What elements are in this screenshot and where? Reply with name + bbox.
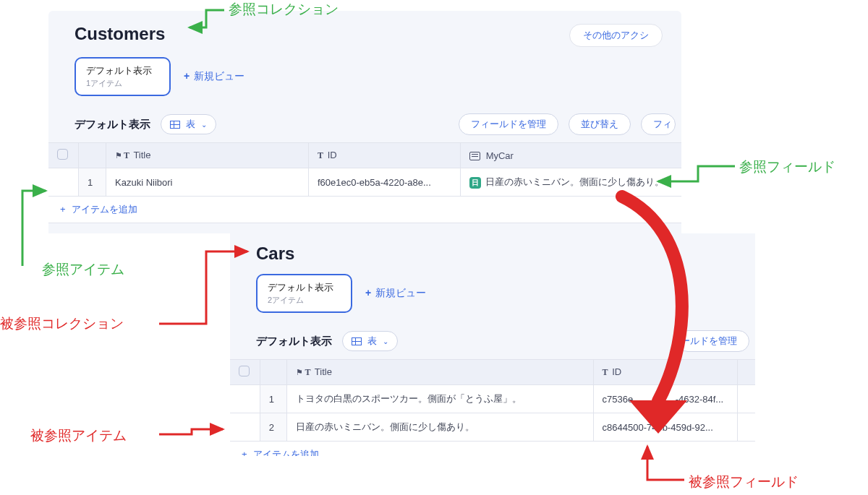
big-red-arrow <box>0 0 868 495</box>
